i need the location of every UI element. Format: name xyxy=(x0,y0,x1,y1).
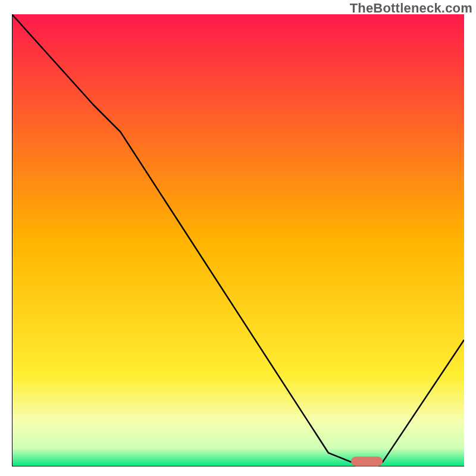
bottleneck-curve xyxy=(12,14,464,462)
optimal-range-marker xyxy=(351,456,383,466)
axes xyxy=(12,14,464,466)
bottleneck-chart xyxy=(12,14,464,466)
chart-overlay xyxy=(12,14,464,466)
watermark-text: TheBottleneck.com xyxy=(350,1,472,16)
